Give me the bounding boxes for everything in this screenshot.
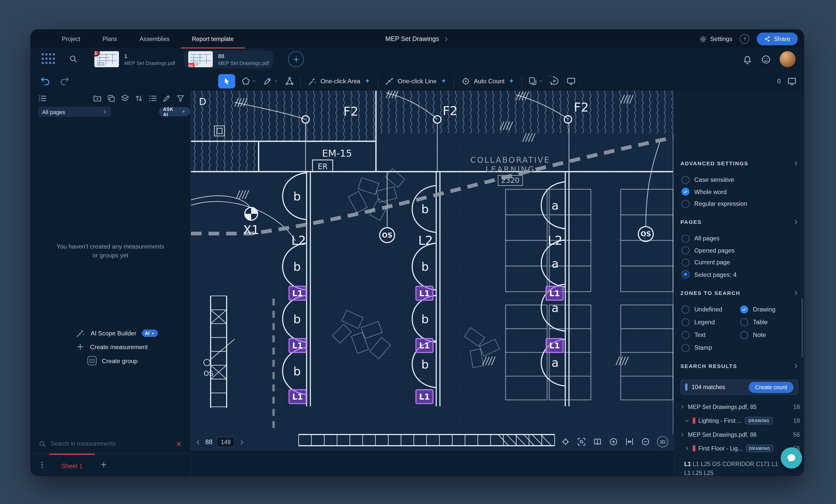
ask-ai-button[interactable]: ASK AI (159, 107, 191, 116)
3d-view-button[interactable]: 3D (657, 436, 668, 447)
clear-search-icon[interactable] (175, 440, 183, 447)
app-launcher-icon[interactable] (41, 53, 55, 65)
list-view-icon[interactable] (148, 94, 157, 103)
sort-icon[interactable] (134, 94, 144, 103)
chevron-right-icon[interactable] (679, 404, 685, 409)
search-result-drawing[interactable]: Lighting - First ...DRAWING18 (679, 414, 800, 428)
page-thumb-1[interactable]: 1 1 MEP Set Drawings.pdf (90, 50, 179, 68)
checkbox-icon[interactable] (740, 305, 748, 313)
polygon-tool-button[interactable] (240, 75, 257, 87)
edit-icon[interactable] (162, 94, 171, 103)
redo-button[interactable] (59, 76, 70, 86)
option-select-pages-4[interactable]: Select pages: 4 (681, 268, 736, 280)
option-all-pages[interactable]: All pages (681, 233, 736, 245)
create-group-button[interactable]: Create group (88, 356, 137, 365)
checkbox-icon[interactable] (740, 318, 748, 326)
checkbox-icon[interactable] (681, 305, 689, 313)
checkbox-icon[interactable] (681, 318, 689, 326)
option-opened-pages[interactable]: Opened pages (681, 245, 736, 256)
pen-tool-button[interactable] (262, 75, 279, 87)
chevron-down-icon[interactable] (684, 418, 689, 423)
share-button[interactable]: Share (757, 33, 798, 45)
checkbox-icon[interactable] (740, 331, 748, 339)
fit-width-icon[interactable] (625, 437, 634, 446)
search-measurements-input[interactable] (51, 440, 171, 447)
option-current-page[interactable]: Current page (681, 256, 736, 268)
chevron-right-icon[interactable] (684, 446, 689, 451)
add-sheet-icon[interactable] (100, 461, 108, 469)
option-legend[interactable]: Legend (681, 315, 740, 328)
one-click-line-button[interactable]: One-click Line (383, 76, 449, 85)
zones-header[interactable]: ZONES TO SEARCH (680, 289, 799, 297)
panel-scrollbar[interactable] (802, 298, 803, 357)
checkbox-icon[interactable] (681, 200, 689, 208)
filter-funnel-icon[interactable] (176, 94, 185, 103)
option-note[interactable]: Note (740, 329, 799, 341)
settings-button[interactable]: Settings (699, 35, 732, 43)
user-avatar[interactable] (780, 51, 796, 67)
auto-count-button[interactable]: Auto Count (459, 76, 517, 85)
zoom-out-icon[interactable] (641, 437, 650, 446)
tab-report-template[interactable]: Report template (181, 29, 245, 49)
checkbox-icon[interactable] (681, 258, 689, 266)
checkbox-icon[interactable] (681, 344, 689, 351)
option-whole-word[interactable]: Whole word (681, 186, 747, 198)
sheet-menu-kebab-icon[interactable] (38, 461, 46, 469)
checkbox-icon[interactable] (681, 235, 689, 243)
help-button[interactable] (740, 34, 749, 44)
tab-assemblies[interactable]: Assemblies (128, 29, 181, 49)
sheet-tab[interactable]: Sheet 1 (49, 454, 95, 476)
add-page-button[interactable] (288, 51, 304, 67)
undo-button[interactable] (40, 76, 51, 86)
page-total-input[interactable]: 149 (217, 437, 235, 447)
zoom-area-icon[interactable] (577, 437, 586, 446)
layers-icon[interactable] (120, 94, 130, 103)
crosshair-icon[interactable] (561, 437, 570, 446)
search-result-item[interactable]: L1 L1 L25 OS CORRIDOR C171 L1 L1 L25 L25 (679, 457, 786, 476)
drawing-canvas[interactable]: DF2F2F2EM-15ERCOLLABORATIVELEARNING2320X… (191, 91, 673, 450)
prev-page-icon[interactable] (195, 439, 201, 445)
tab-project[interactable]: Project (51, 29, 92, 49)
all-pages-dropdown[interactable]: All pages (38, 107, 111, 117)
nodes-tool-button[interactable] (284, 75, 296, 87)
ai-scope-builder-button[interactable]: AI Scope Builder AI (76, 329, 158, 338)
page-views-button[interactable] (527, 75, 544, 87)
notifications-bell-icon[interactable] (742, 54, 753, 64)
page-thumbnail-image[interactable]: 88 (188, 51, 213, 67)
book-overview-icon[interactable] (593, 437, 602, 446)
option-drawing[interactable]: Drawing (740, 303, 799, 315)
option-text[interactable]: Text (681, 329, 740, 341)
new-folder-icon[interactable] (93, 94, 102, 103)
radio-icon[interactable] (681, 270, 689, 278)
page-thumbnail-image[interactable]: 1 (95, 51, 119, 67)
checkbox-icon[interactable] (681, 247, 689, 254)
option-stamp[interactable]: Stamp (681, 341, 740, 354)
checkbox-icon[interactable] (681, 176, 689, 183)
page-thumb-88[interactable]: 88 88 MEP Set Drawings.pdf (184, 50, 273, 68)
zoom-in-icon[interactable] (609, 437, 618, 446)
search-results-header[interactable]: SEARCH RESULTS (680, 362, 799, 370)
support-chat-button[interactable] (781, 447, 802, 469)
option-undefined[interactable]: Undefined (681, 303, 740, 315)
duplicate-icon[interactable] (107, 94, 116, 103)
create-count-button[interactable]: Create count (748, 382, 794, 393)
option-table[interactable]: Table (740, 315, 799, 328)
checkbox-icon[interactable] (681, 188, 689, 196)
one-click-area-button[interactable]: One-click Area (306, 76, 373, 85)
pages-header[interactable]: PAGES (680, 217, 799, 226)
next-page-icon[interactable] (239, 439, 245, 445)
create-measurement-button[interactable]: Create measurement (76, 342, 148, 351)
option-case-sensitive[interactable]: Case sensitive (681, 174, 747, 186)
checkbox-icon[interactable] (681, 331, 689, 339)
comments-button[interactable] (549, 75, 560, 87)
search-pages-icon[interactable] (69, 55, 78, 64)
select-tool-button[interactable] (218, 74, 235, 89)
advanced-settings-header[interactable]: ADVANCED SETTINGS (680, 159, 799, 167)
option-regular-expression[interactable]: Regular expression (681, 198, 747, 210)
feedback-chat-icon[interactable] (761, 54, 771, 64)
chevron-right-icon[interactable] (679, 432, 685, 437)
present-screen-icon[interactable] (787, 76, 797, 86)
search-result-file[interactable]: MEP Set Drawings.pdf, 8656 (679, 428, 800, 441)
monitor-view-button[interactable] (566, 75, 577, 87)
chevron-right-icon[interactable] (443, 36, 449, 42)
